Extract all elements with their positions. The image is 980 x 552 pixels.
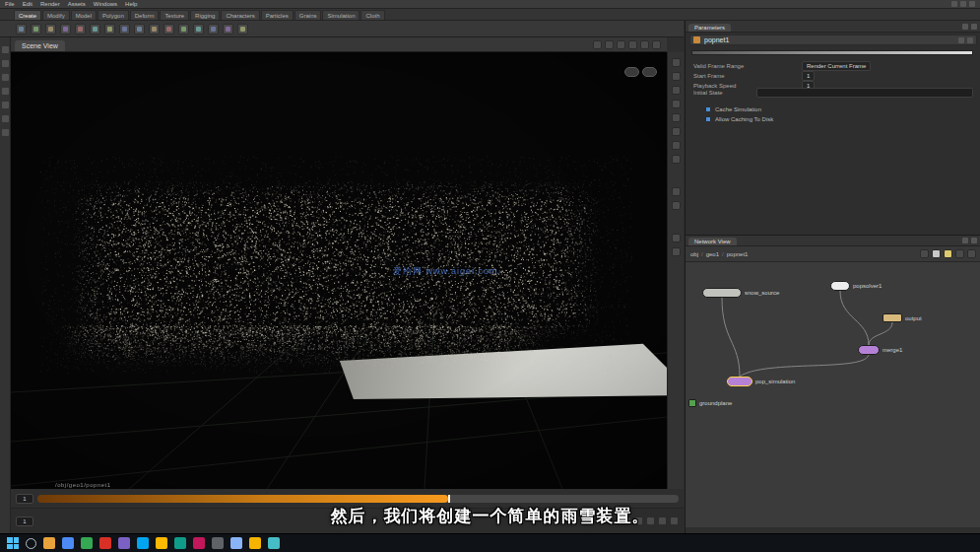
breadcrumb-obj[interactable]: obj bbox=[690, 251, 698, 257]
display-options-icon[interactable] bbox=[628, 40, 637, 49]
shelf-tool-icon[interactable] bbox=[223, 24, 233, 34]
node-pop-simulation[interactable]: pop_simulation bbox=[727, 377, 795, 386]
current-frame-field[interactable]: 1 bbox=[16, 494, 33, 504]
grid-snap-icon[interactable] bbox=[932, 249, 941, 258]
shelf-tab-model[interactable]: Model bbox=[71, 10, 97, 20]
shelf-tab-texture[interactable]: Texture bbox=[160, 10, 189, 20]
parameters-pane-tab[interactable]: Parameters bbox=[688, 24, 731, 32]
node-body[interactable] bbox=[882, 313, 902, 322]
shelf-tab-characters[interactable]: Characters bbox=[221, 10, 259, 20]
group-display-icon[interactable] bbox=[672, 187, 681, 196]
shelf-tab-create[interactable]: Create bbox=[14, 10, 41, 20]
shelf-tool-icon[interactable] bbox=[193, 24, 204, 34]
parameter-ramp-widget[interactable] bbox=[691, 50, 973, 55]
pin-icon[interactable] bbox=[962, 24, 968, 30]
menu-render[interactable]: Render bbox=[40, 1, 60, 7]
shelf-tab-rigging[interactable]: Rigging bbox=[190, 10, 220, 20]
gear-icon[interactable] bbox=[967, 37, 973, 43]
desktop-icon[interactable] bbox=[960, 1, 966, 7]
color-palette-icon[interactable] bbox=[944, 249, 952, 258]
network-pane-tab[interactable]: Network View bbox=[688, 238, 737, 245]
taskbar-app-icon[interactable] bbox=[156, 537, 167, 549]
windows-start-icon[interactable] bbox=[7, 537, 19, 549]
shelf-tab-deform[interactable]: Deform bbox=[130, 10, 160, 20]
grid-toggle-icon[interactable] bbox=[652, 40, 661, 49]
shelf-tool-icon[interactable] bbox=[134, 24, 145, 34]
timeline-track[interactable] bbox=[37, 495, 679, 503]
select-mode-icon[interactable] bbox=[593, 40, 602, 49]
key-tool-icon[interactable] bbox=[2, 129, 9, 136]
node-popsolver[interactable]: popsolver1 bbox=[830, 281, 882, 291]
wireframe-icon[interactable] bbox=[672, 113, 681, 122]
lock-icon[interactable] bbox=[958, 37, 964, 43]
checkbox-checked-icon[interactable] bbox=[705, 116, 711, 122]
selected-node-name[interactable]: popnet1 bbox=[704, 36, 729, 43]
node-merge[interactable]: merge1 bbox=[858, 345, 902, 355]
taskbar-app-icon[interactable] bbox=[249, 537, 261, 549]
normals-icon[interactable] bbox=[672, 155, 681, 164]
checkbox-checked-icon[interactable] bbox=[705, 106, 711, 112]
lights-icon[interactable] bbox=[672, 141, 681, 150]
network-overview-icon[interactable] bbox=[967, 249, 976, 258]
snapshot-icon[interactable] bbox=[920, 249, 929, 258]
node-body[interactable] bbox=[727, 377, 752, 386]
timeline-scrubber[interactable] bbox=[448, 495, 450, 503]
shelf-tool-icon[interactable] bbox=[178, 24, 189, 34]
taskbar-app-icon[interactable] bbox=[137, 537, 149, 549]
snap-tool-icon[interactable] bbox=[2, 115, 9, 122]
pane-menu-icon[interactable] bbox=[971, 24, 977, 30]
shelf-tool-icon[interactable] bbox=[208, 24, 219, 34]
taskbar-app-icon[interactable] bbox=[193, 537, 205, 549]
scene-viewport[interactable]: 爱给网 www.aigei.com /obj/geo1/popnet1 bbox=[11, 52, 667, 489]
node-body[interactable] bbox=[688, 399, 696, 407]
shelf-tab-modify[interactable]: Modify bbox=[42, 10, 70, 20]
points-display-icon[interactable] bbox=[672, 100, 681, 108]
camera-icon[interactable] bbox=[640, 40, 649, 49]
shelf-tool-icon[interactable] bbox=[119, 24, 130, 34]
node-body[interactable] bbox=[702, 288, 742, 298]
node-snow-source[interactable]: snow_source bbox=[702, 288, 779, 298]
shading-mode-icon[interactable] bbox=[617, 40, 625, 49]
shaded-icon[interactable] bbox=[672, 127, 681, 136]
taskbar-app-icon[interactable] bbox=[212, 537, 224, 549]
menu-help[interactable]: Help bbox=[125, 1, 137, 7]
param-value-dropdown[interactable]: Render Current Frame bbox=[802, 61, 871, 71]
shelf-tool-icon[interactable] bbox=[31, 24, 41, 34]
shelf-tool-icon[interactable] bbox=[163, 24, 174, 34]
menu-windows[interactable]: Windows bbox=[94, 1, 117, 7]
taskbar-app-icon[interactable] bbox=[81, 537, 93, 549]
taskbar-app-icon[interactable] bbox=[62, 537, 74, 549]
shelf-tab-particles[interactable]: Particles bbox=[261, 10, 294, 20]
taskbar-app-icon[interactable] bbox=[174, 537, 186, 549]
taskbar-app-icon[interactable] bbox=[118, 537, 130, 549]
breadcrumb-popnet[interactable]: popnet1 bbox=[727, 251, 749, 257]
show-handles-icon[interactable] bbox=[672, 72, 681, 81]
taskbar-app-icon[interactable] bbox=[268, 537, 280, 549]
shelf-tool-icon[interactable] bbox=[90, 24, 100, 34]
node-output[interactable]: output bbox=[882, 313, 922, 322]
breadcrumb-geo[interactable]: geo1 bbox=[706, 251, 719, 257]
shelf-tab-polygon[interactable]: Polygon bbox=[98, 10, 129, 20]
pin-icon[interactable] bbox=[962, 238, 968, 243]
selected-node-header[interactable]: popnet1 bbox=[689, 34, 977, 45]
search-icon[interactable] bbox=[26, 538, 36, 549]
pane-menu-icon[interactable] bbox=[971, 238, 977, 243]
rotate-tool-icon[interactable] bbox=[2, 88, 9, 95]
scene-view-pane-tab[interactable]: Scene View bbox=[15, 40, 65, 51]
shelf-tab-grains[interactable]: Grains bbox=[294, 10, 322, 20]
menu-assets[interactable]: Assets bbox=[68, 1, 86, 7]
translate-tool-icon[interactable] bbox=[2, 74, 9, 81]
shelf-tool-icon[interactable] bbox=[16, 24, 27, 34]
shelf-tool-icon[interactable] bbox=[45, 24, 56, 34]
view-camera-button[interactable] bbox=[642, 67, 657, 77]
taskbar-app-icon[interactable] bbox=[230, 537, 242, 549]
taskbar-app-icon[interactable] bbox=[99, 537, 111, 549]
view-layout-button[interactable] bbox=[624, 67, 639, 77]
node-body[interactable] bbox=[858, 345, 880, 355]
layout-nodes-icon[interactable] bbox=[955, 249, 964, 258]
memory-icon[interactable] bbox=[672, 247, 681, 256]
network-editor[interactable]: snow_source popsolver1 output merge1 pop… bbox=[686, 262, 980, 527]
taskbar-app-icon[interactable] bbox=[43, 537, 55, 549]
shelf-tool-icon[interactable] bbox=[237, 24, 248, 34]
help-icon[interactable] bbox=[969, 1, 975, 7]
